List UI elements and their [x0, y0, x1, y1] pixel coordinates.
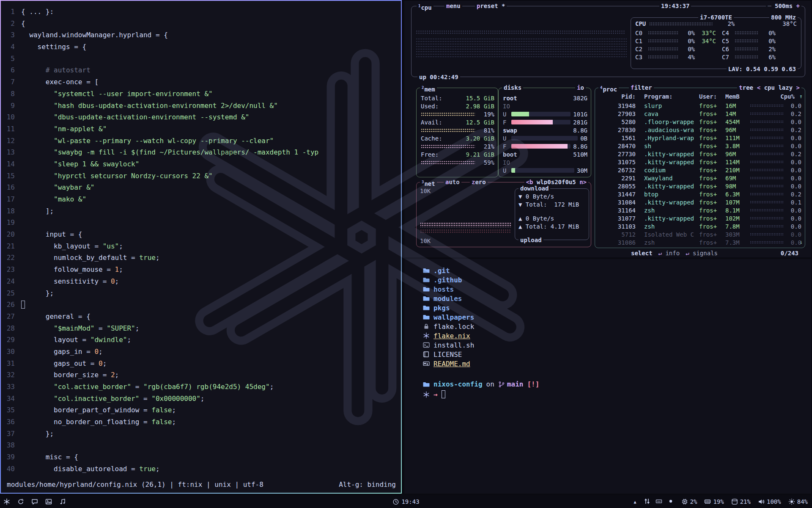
- nix-icon: [3, 498, 10, 505]
- process-row[interactable]: 31075.kitty-wrappedfros+114M0.0: [598, 158, 801, 166]
- mem-graph-row: 81%: [421, 126, 494, 134]
- editor-line: 34 "col.inactive_border" = "0x00000000";: [1, 393, 401, 405]
- process-row[interactable]: 26732codiumfros+210M0.0: [598, 166, 801, 174]
- launcher-music[interactable]: [59, 498, 66, 505]
- process-row[interactable]: 2291Xwaylandfros+69M0.0: [598, 174, 801, 182]
- process-row[interactable]: 28470shfros+3.8M0.0: [598, 142, 801, 150]
- net-scale-top: 10K: [420, 188, 431, 194]
- folder-icon: [423, 286, 430, 293]
- process-row[interactable]: 27830.audacious-wrafros+96M0.2: [598, 126, 801, 134]
- header-pid[interactable]: Pid:: [598, 93, 639, 100]
- code-text: "wl-paste --primary --watch wl-copy --pr…: [21, 135, 274, 147]
- cpu-core-row: C34%: [635, 53, 716, 61]
- editor-line: 19: [1, 217, 401, 229]
- code-text: "col.active_border" = "rgb(cba6f7) rgb(9…: [21, 381, 274, 393]
- process-row[interactable]: 31103zshfros+7.8M0.0: [598, 222, 801, 230]
- refresh-icon: [17, 498, 24, 505]
- file-entry: README.md: [423, 359, 474, 368]
- select-button[interactable]: select: [631, 250, 653, 257]
- info-button[interactable]: ↵ info: [658, 250, 680, 257]
- line-number: 31: [1, 358, 21, 370]
- line-number: 11: [1, 123, 21, 135]
- process-row[interactable]: 27903cavafros+14M0.2: [598, 110, 801, 118]
- tray-keyboard-icon[interactable]: [656, 498, 662, 506]
- terminal-window[interactable]: .git.githubhostsmodulespkgswallpapersfla…: [404, 259, 811, 494]
- tray-expander-icon[interactable]: ▲: [634, 500, 636, 504]
- net-io-box: download ▼ 0 Byte/s ▼ Total: 172 MiB ▲ 0…: [515, 188, 589, 240]
- mem-stat-label: Avail:: [421, 119, 442, 126]
- bar-clock-module[interactable]: 19:43: [392, 495, 419, 508]
- brightness-icon: [788, 498, 795, 505]
- process-row[interactable]: 31086zshfros+7.3M0.0: [598, 238, 801, 246]
- editor-window[interactable]: 1{ ... }:2{3 wayland.windowManager.hyprl…: [0, 0, 402, 494]
- menu-button[interactable]: menu: [444, 2, 462, 10]
- cpu-icon: [681, 498, 688, 505]
- header-user[interactable]: User:: [699, 93, 725, 100]
- header-program[interactable]: Program:: [644, 93, 699, 100]
- bar-module-brightness[interactable]: 84%: [788, 498, 808, 505]
- process-cpu-graph: [750, 160, 784, 163]
- core-percent: 6%: [761, 54, 776, 61]
- editor-line: 17 "mako &": [1, 193, 401, 205]
- editor-lines[interactable]: 1{ ... }:2{3 wayland.windowManager.hyprl…: [1, 6, 401, 475]
- sort-selector[interactable]: < cpu lazy >: [755, 84, 801, 91]
- launcher-nix[interactable]: [3, 498, 10, 505]
- process-row[interactable]: 5280.floorp-wrappefros+454M0.0: [598, 118, 801, 126]
- core-usage-meter: [735, 31, 759, 35]
- bar-module-volume[interactable]: 100%: [758, 498, 781, 505]
- header-memb[interactable]: MemB: [725, 93, 747, 100]
- disk-row: F281G: [503, 118, 587, 126]
- statusline-file-info: modules/home/hyprland/config.nix (26,1) …: [7, 480, 263, 489]
- update-interval-control[interactable]: ─ 500ms +: [766, 2, 801, 10]
- tree-toggle-button[interactable]: tree: [737, 84, 755, 91]
- editor-line: 12 "wl-paste --primary --watch wl-copy -…: [1, 135, 401, 147]
- process-cpu-graph: [750, 112, 784, 115]
- core-percent: 0%: [761, 30, 776, 36]
- disk-row: F8.8G: [503, 142, 587, 150]
- filter-button[interactable]: filter: [629, 84, 654, 91]
- editor-line: 40 disable_autoreload = true;: [1, 463, 401, 475]
- bar-module-cpu[interactable]: 2%: [681, 498, 697, 505]
- process-row[interactable]: 31077.kitty-wrappedfros+102M0.0: [598, 214, 801, 222]
- disk-row: IO: [503, 158, 587, 166]
- disk-row: swap8.8G: [503, 126, 587, 134]
- core-name: C1: [635, 38, 645, 44]
- process-row[interactable]: 1561.Hyprland-wrapfros+111M0.0: [598, 134, 801, 142]
- launcher-image[interactable]: [45, 498, 52, 505]
- tray-circle-icon[interactable]: [667, 498, 674, 506]
- process-row[interactable]: 28055.kitty-wrappedfros+98M0.0: [598, 182, 801, 190]
- process-cpu-graph: [750, 217, 784, 220]
- disk-bar-fill: [511, 168, 515, 173]
- enter-icon: ↵: [658, 250, 666, 257]
- process-row[interactable]: 31447btopfros+6.3M0.2: [598, 190, 801, 198]
- process-row[interactable]: 27730.kitty-wrappedfros+96M0.2: [598, 150, 801, 158]
- tray-arrows-icon[interactable]: [644, 498, 650, 506]
- mem-stat-row: Free:9.21 GiB: [421, 150, 494, 158]
- process-row[interactable]: 31164zshfros+8.1M0.0: [598, 206, 801, 214]
- launcher-refresh[interactable]: [17, 498, 24, 505]
- process-row[interactable]: 5712Isolated Web Cfros+303M0.0: [598, 230, 801, 238]
- signals-button[interactable]: ↵ signals: [686, 250, 718, 257]
- bar-module-memory[interactable]: 19%: [704, 498, 724, 505]
- net-zero-button[interactable]: zero: [470, 178, 488, 186]
- net-download-graph: [420, 222, 511, 227]
- btop-clock: 19:43:37: [659, 2, 691, 10]
- launcher-chat[interactable]: [31, 498, 38, 505]
- preset-button[interactable]: preset *: [475, 2, 507, 10]
- shell-input-line[interactable]: →: [423, 390, 445, 398]
- code-text: { ... }:: [21, 6, 54, 18]
- music-icon: [59, 498, 66, 505]
- chat-icon: [31, 498, 38, 505]
- git-branch-icon: [498, 381, 505, 388]
- process-row[interactable]: 31948slurpfros+16M0.0: [598, 102, 801, 110]
- process-row[interactable]: 31084.kitty-wrappedfros+107M0.1: [598, 198, 801, 206]
- file-entry: wallpapers: [423, 312, 474, 322]
- scroll-up-icon[interactable]: ↑: [799, 93, 803, 99]
- mem-graph: [421, 128, 475, 133]
- io-toggle-button[interactable]: io: [575, 84, 586, 91]
- line-number: 27: [1, 311, 21, 323]
- net-auto-button[interactable]: auto: [444, 178, 461, 186]
- disk-rows: root382GIOU101GF281Gswap8.8GU0BF8.8Gboot…: [499, 88, 591, 174]
- header-cpu[interactable]: Cpu%: [780, 93, 795, 100]
- bar-module-disk[interactable]: 21%: [731, 498, 751, 505]
